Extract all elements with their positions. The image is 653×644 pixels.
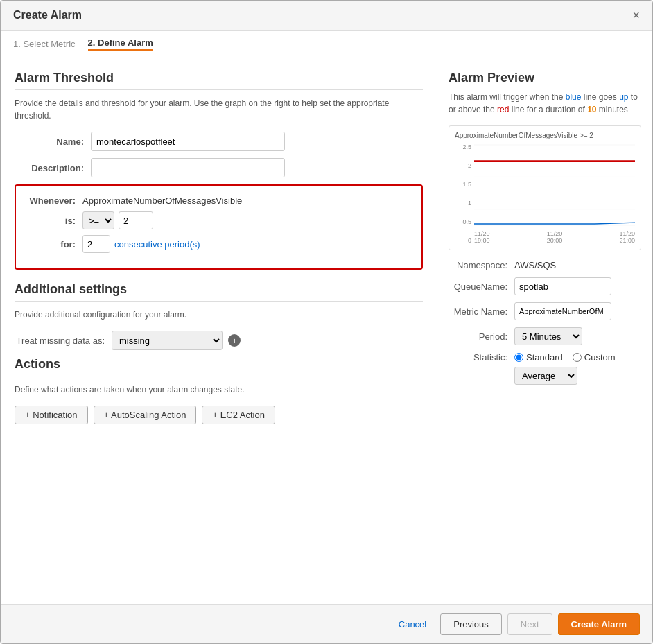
create-alarm-dialog: Create Alarm × 1. Select Metric 2. Defin… bbox=[0, 0, 653, 644]
whenever-box: Whenever: ApproximateNumberOfMessagesVis… bbox=[15, 184, 423, 270]
y-label-0-5: 0.5 bbox=[455, 218, 471, 225]
next-button: Next bbox=[507, 613, 552, 635]
description-input[interactable] bbox=[91, 158, 285, 177]
custom-radio-label[interactable]: Custom bbox=[573, 352, 616, 363]
missing-data-row: Treat missing data as: missing not breac… bbox=[15, 331, 423, 350]
is-operator-select[interactable]: >= > <= < bbox=[82, 211, 114, 229]
left-panel: Alarm Threshold Provide the details and … bbox=[1, 58, 437, 604]
namespace-row: Namespace: AWS/SQS bbox=[449, 260, 641, 270]
x-axis: 11/2019:00 11/2020:00 11/2021:00 bbox=[474, 230, 635, 244]
namespace-value: AWS/SQS bbox=[514, 260, 556, 270]
metric-name-input[interactable] bbox=[514, 302, 611, 320]
missing-select[interactable]: missing not breaching breaching ignore bbox=[112, 331, 223, 350]
for-row: for: consecutive period(s) bbox=[27, 235, 410, 253]
namespace-label: Namespace: bbox=[449, 260, 514, 270]
is-value-input[interactable] bbox=[119, 211, 153, 229]
period-select[interactable]: 5 Minutes 1 Minute 15 Minutes bbox=[514, 327, 582, 345]
missing-label: Treat missing data as: bbox=[15, 336, 112, 346]
actions-desc: Define what actions are taken when your … bbox=[15, 383, 423, 396]
cancel-button[interactable]: Cancel bbox=[390, 615, 435, 634]
step-2[interactable]: 2. Define Alarm bbox=[88, 37, 153, 51]
standard-label: Standard bbox=[526, 352, 563, 363]
actions-buttons: + Notification + AutoScaling Action + EC… bbox=[15, 406, 423, 424]
blue-text: blue bbox=[566, 92, 582, 102]
description-label: Description: bbox=[15, 163, 91, 173]
standard-radio[interactable] bbox=[514, 353, 523, 362]
whenever-row: Whenever: ApproximateNumberOfMessagesVis… bbox=[27, 195, 410, 206]
dialog-footer: Cancel Previous Next Create Alarm bbox=[1, 604, 652, 643]
whenever-metric: ApproximateNumberOfMessagesVisible bbox=[82, 195, 242, 206]
whenever-label: Whenever: bbox=[27, 195, 82, 206]
for-label: for: bbox=[27, 239, 82, 250]
alarm-threshold-title: Alarm Threshold bbox=[15, 71, 423, 85]
notification-button[interactable]: + Notification bbox=[15, 406, 88, 424]
autoscaling-button[interactable]: + AutoScaling Action bbox=[94, 406, 197, 424]
y-label-2: 2 bbox=[455, 162, 471, 169]
y-label-0: 0 bbox=[455, 237, 471, 244]
chart-svg bbox=[474, 143, 635, 227]
duration-text: 10 bbox=[587, 105, 596, 114]
metric-name-label: Metric Name: bbox=[449, 306, 514, 317]
close-button[interactable]: × bbox=[632, 9, 640, 21]
x-label-2: 11/2020:00 bbox=[547, 230, 563, 244]
chart-title: ApproximateNumberOfMessagesVisible >= 2 bbox=[455, 132, 635, 139]
additional-settings-title: Additional settings bbox=[15, 282, 423, 297]
statistic-label: Statistic: bbox=[449, 352, 514, 363]
create-alarm-button[interactable]: Create Alarm bbox=[558, 613, 640, 635]
alarm-threshold-desc: Provide the details and threshold for yo… bbox=[15, 97, 423, 122]
up-text: up bbox=[619, 92, 628, 102]
actions-title: Actions bbox=[15, 357, 423, 372]
description-row: Description: bbox=[15, 158, 423, 177]
additional-settings-desc: Provide additional configuration for you… bbox=[15, 308, 423, 321]
chart-container: ApproximateNumberOfMessagesVisible >= 2 … bbox=[449, 125, 641, 250]
average-row: Average Sum Minimum Maximum bbox=[514, 367, 641, 385]
alarm-preview-title: Alarm Preview bbox=[449, 71, 641, 85]
right-panel: Alarm Preview This alarm will trigger wh… bbox=[437, 58, 652, 604]
is-label: is: bbox=[27, 216, 82, 226]
queue-name-label: QueueName: bbox=[449, 281, 514, 292]
statistic-row: Statistic: Standard Custom bbox=[449, 352, 641, 363]
y-axis: 2.5 2 1.5 1 0.5 0 bbox=[455, 143, 474, 244]
period-row: Period: 5 Minutes 1 Minute 15 Minutes bbox=[449, 327, 641, 345]
alarm-preview-desc: This alarm will trigger when the blue li… bbox=[449, 91, 641, 116]
custom-radio[interactable] bbox=[573, 353, 582, 362]
y-label-1: 1 bbox=[455, 200, 471, 207]
dialog-body: Alarm Threshold Provide the details and … bbox=[1, 58, 652, 604]
custom-label: Custom bbox=[584, 352, 616, 363]
name-label: Name: bbox=[15, 137, 91, 147]
queue-name-row: QueueName: bbox=[449, 277, 641, 295]
for-suffix: consecutive period(s) bbox=[114, 239, 200, 250]
statistic-radio-group: Standard Custom bbox=[514, 352, 616, 363]
dialog-title: Create Alarm bbox=[13, 9, 82, 21]
period-label: Period: bbox=[449, 331, 514, 342]
ec2-button[interactable]: + EC2 Action bbox=[202, 406, 275, 424]
queue-name-input[interactable] bbox=[514, 277, 611, 295]
dialog-header: Create Alarm × bbox=[1, 1, 652, 31]
steps-bar: 1. Select Metric 2. Define Alarm bbox=[1, 31, 652, 58]
x-label-3: 11/2021:00 bbox=[619, 230, 635, 244]
average-select[interactable]: Average Sum Minimum Maximum bbox=[514, 367, 577, 385]
previous-button[interactable]: Previous bbox=[440, 613, 502, 635]
is-row: is: >= > <= < bbox=[27, 211, 410, 229]
standard-radio-label[interactable]: Standard bbox=[514, 352, 563, 363]
y-label-2-5: 2.5 bbox=[455, 143, 471, 150]
info-icon[interactable]: i bbox=[228, 334, 241, 347]
name-input[interactable] bbox=[91, 132, 285, 151]
name-row: Name: bbox=[15, 132, 423, 151]
y-label-1-5: 1.5 bbox=[455, 181, 471, 188]
metric-name-row: Metric Name: bbox=[449, 302, 641, 320]
x-label-1: 11/2019:00 bbox=[474, 230, 490, 244]
for-value-input[interactable] bbox=[82, 235, 110, 253]
step-1[interactable]: 1. Select Metric bbox=[13, 39, 76, 49]
red-text: red bbox=[497, 105, 509, 114]
